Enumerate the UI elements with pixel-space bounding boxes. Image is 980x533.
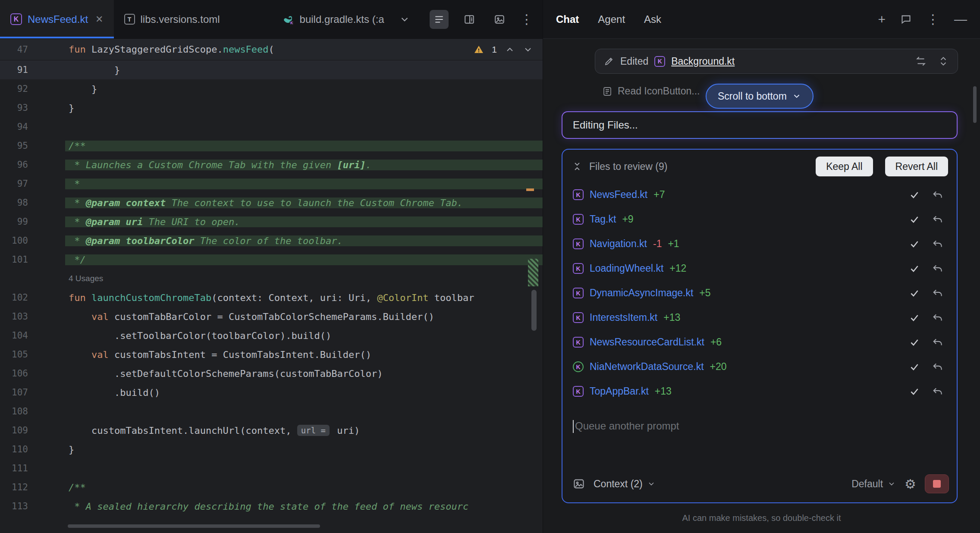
code-text[interactable]: * Launches a Custom Chrome Tab with the … [65, 160, 543, 170]
revert-undo-icon[interactable] [929, 386, 946, 397]
chat-history-icon[interactable] [900, 13, 912, 25]
code-text[interactable]: 4 Usages [65, 274, 543, 283]
code-text[interactable]: } [65, 84, 543, 94]
code-line[interactable]: 103 val customTabBarColor = CustomTabCol… [0, 307, 543, 326]
code-line[interactable]: 94 [0, 117, 543, 136]
line-number[interactable]: 107 [0, 387, 28, 398]
accept-check-icon[interactable] [906, 312, 923, 323]
line-number[interactable]: 47 [0, 44, 28, 55]
code-text[interactable]: } [65, 65, 543, 75]
chevron-down-icon[interactable] [647, 480, 656, 488]
line-number[interactable]: 112 [0, 482, 28, 492]
code-line[interactable]: 110} [0, 440, 543, 459]
tab-libs-versions-toml[interactable]: T libs.versions.toml [114, 0, 230, 38]
accept-check-icon[interactable] [906, 238, 923, 250]
prev-problem-chevron-icon[interactable] [505, 44, 515, 55]
code-line[interactable]: 102fun launchCustomChromeTab(context: Co… [0, 288, 543, 307]
revert-undo-icon[interactable] [929, 312, 946, 323]
line-number[interactable]: 106 [0, 368, 28, 379]
line-number[interactable]: 94 [0, 122, 28, 132]
list-view-icon[interactable] [430, 10, 449, 29]
editor-vertical-scrollbar[interactable] [531, 290, 537, 331]
more-options-icon[interactable]: ⋮ [927, 13, 939, 26]
revert-undo-icon[interactable] [929, 214, 946, 225]
code-text[interactable]: val customTabBarColor = CustomTabColorSc… [65, 311, 543, 322]
revert-all-button[interactable]: Revert All [885, 157, 948, 176]
prompt-input[interactable]: Queue another prompt [562, 404, 957, 470]
warning-icon[interactable] [474, 44, 484, 55]
line-number[interactable]: 108 [0, 406, 28, 417]
changed-lines-stripe[interactable] [528, 259, 538, 286]
new-chat-icon[interactable]: + [878, 13, 886, 26]
code-line[interactable]: 97 * [0, 174, 543, 193]
file-link[interactable]: NewsResourceCardList.kt [590, 336, 704, 348]
file-link[interactable]: NiaNetworkDataSource.kt [590, 361, 704, 373]
warning-stripe-mark[interactable] [526, 188, 534, 191]
code-text[interactable]: /** [65, 141, 543, 151]
file-link[interactable]: DynamicAsyncImage.kt [590, 287, 693, 299]
revert-undo-icon[interactable] [929, 361, 946, 373]
accept-check-icon[interactable] [906, 288, 923, 299]
code-text[interactable]: } [65, 444, 543, 455]
code-line[interactable]: 4 Usages [0, 269, 543, 288]
code-text[interactable]: .build() [65, 387, 543, 398]
editor-horizontal-scrollbar[interactable] [68, 524, 320, 528]
file-link[interactable]: Navigation.kt [590, 238, 647, 250]
keep-all-button[interactable]: Keep All [816, 157, 873, 176]
line-number[interactable]: 109 [0, 425, 28, 436]
code-text[interactable]: customTabsIntent.launchUrl(context, url … [65, 425, 543, 436]
scroll-to-bottom-button[interactable]: Scroll to bottom [706, 84, 814, 109]
preview-image-icon[interactable] [490, 10, 509, 29]
revert-undo-icon[interactable] [929, 288, 946, 299]
code-text[interactable]: * @param uri The URI to open. [65, 216, 543, 227]
line-number[interactable]: 113 [0, 501, 28, 511]
code-line[interactable]: 105 val customTabsIntent = CustomTabsInt… [0, 345, 543, 364]
accept-check-icon[interactable] [906, 337, 923, 348]
settings-gear-icon[interactable]: ⚙ [905, 477, 916, 492]
tab-ask[interactable]: Ask [644, 13, 661, 25]
code-line[interactable]: 100 * @param toolbarColor The color of t… [0, 231, 543, 250]
code-line[interactable]: 104 .setToolbarColor(toolbarColor).build… [0, 326, 543, 345]
diff-icon[interactable] [915, 56, 927, 67]
code-line[interactable]: 109 customTabsIntent.launchUrl(context, … [0, 421, 543, 440]
expand-icon[interactable] [938, 56, 949, 67]
line-number[interactable]: 102 [0, 292, 28, 303]
attach-image-icon[interactable] [573, 478, 585, 490]
tab-newsfeed-kt[interactable]: K NewsFeed.kt ✕ [0, 0, 114, 38]
code-text[interactable]: */ [65, 254, 543, 265]
chevron-down-icon[interactable] [887, 480, 896, 488]
code-line[interactable]: 96 * Launches a Custom Chrome Tab with t… [0, 155, 543, 174]
code-text[interactable]: /** [65, 482, 543, 493]
collapse-icon[interactable] [572, 161, 582, 172]
accept-check-icon[interactable] [906, 214, 923, 225]
line-number[interactable]: 95 [0, 141, 28, 151]
code-text[interactable]: * @param toolbarColor The color of the t… [65, 235, 543, 246]
line-number[interactable]: 101 [0, 254, 28, 265]
close-icon[interactable]: ✕ [95, 14, 103, 25]
line-number[interactable]: 110 [0, 444, 28, 455]
context-selector[interactable]: Context (2) [594, 478, 643, 490]
code-text[interactable]: * @param context The context to use to l… [65, 198, 543, 208]
accept-check-icon[interactable] [906, 263, 923, 274]
code-text[interactable]: * A sealed hierarchy describing the stat… [65, 501, 543, 512]
line-number[interactable]: 92 [0, 84, 28, 94]
minimize-icon[interactable]: — [954, 13, 967, 26]
tab-build-gradle-kts[interactable]: K build.gradle.kts (:a [272, 0, 395, 38]
more-options-icon[interactable]: ⋮ [520, 13, 533, 26]
line-number[interactable]: 103 [0, 311, 28, 322]
code-line[interactable]: 111 [0, 459, 543, 478]
code-line[interactable]: 106 .setDefaultColorSchemeParams(customT… [0, 364, 543, 383]
line-number[interactable]: 99 [0, 216, 28, 227]
code-line[interactable]: 99 * @param uri The URI to open. [0, 212, 543, 231]
next-problem-chevron-icon[interactable] [523, 44, 533, 55]
code-text[interactable]: .setToolbarColor(toolbarColor).build() [65, 330, 543, 341]
code-text[interactable]: } [65, 103, 543, 113]
code-line[interactable]: 91 } [0, 60, 543, 79]
revert-undo-icon[interactable] [929, 337, 946, 348]
accept-check-icon[interactable] [906, 386, 923, 397]
code-text[interactable]: val customTabsIntent = CustomTabsIntent.… [65, 349, 543, 360]
code-line[interactable]: 93} [0, 98, 543, 117]
code-line[interactable]: 113 * A sealed hierarchy describing the … [0, 497, 543, 516]
revert-undo-icon[interactable] [929, 263, 946, 274]
file-link[interactable]: InterestsItem.kt [590, 312, 657, 323]
